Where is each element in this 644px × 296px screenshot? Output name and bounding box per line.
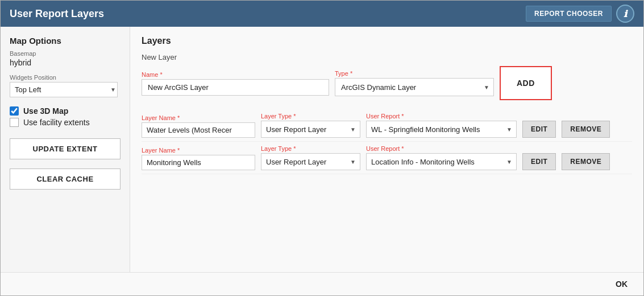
layer1-report-select[interactable]: WL - Springfield Monitoring Wells xyxy=(366,121,517,138)
layer2-name-group: Layer Name * xyxy=(142,147,255,170)
map-options-section: Map Options Basemap hybrid Widgets Posit… xyxy=(10,36,121,97)
new-layer-section: New Layer Name * Type * ArcGIS Dynamic L… xyxy=(142,53,632,100)
use-3d-map-label: Use 3D Map xyxy=(23,106,68,116)
window-title: User Report Layers xyxy=(10,8,104,20)
layer1-type-select-wrapper: User Report Layer ArcGIS Dynamic Layer ▼ xyxy=(261,121,360,138)
main-window: User Report Layers REPORT CHOOSER ℹ Map … xyxy=(0,0,644,296)
use-3d-map-row: Use 3D Map xyxy=(10,106,121,116)
layer1-name-input[interactable] xyxy=(142,122,255,138)
layer1-name-label: Layer Name * xyxy=(142,114,255,121)
name-input[interactable] xyxy=(142,79,329,96)
type-select-wrapper: ArcGIS Dynamic Layer User Report Layer W… xyxy=(335,78,494,96)
layer1-edit-button[interactable]: EDIT xyxy=(522,121,556,138)
ok-button[interactable]: OK xyxy=(609,277,634,291)
use-facility-extents-row: Use facility extents xyxy=(10,118,121,127)
content-area: Map Options Basemap hybrid Widgets Posit… xyxy=(1,27,643,272)
type-field-group: Type * ArcGIS Dynamic Layer User Report … xyxy=(335,70,494,96)
clear-cache-button[interactable]: CLEAR CACHE xyxy=(10,168,121,190)
name-field-label: Name * xyxy=(142,71,329,78)
new-layer-row: Name * Type * ArcGIS Dynamic Layer User … xyxy=(142,66,632,100)
titlebar-actions: REPORT CHOOSER ℹ xyxy=(526,5,634,23)
layer2-name-label: Layer Name * xyxy=(142,147,255,154)
type-select[interactable]: ArcGIS Dynamic Layer User Report Layer W… xyxy=(335,78,494,96)
use-facility-extents-checkbox[interactable] xyxy=(10,118,19,127)
layers-title: Layers xyxy=(142,36,632,46)
main-content: Layers New Layer Name * Type * ArcGIS Dy… xyxy=(130,27,643,272)
name-field-group: Name * xyxy=(142,71,329,96)
type-field-label: Type * xyxy=(335,70,494,77)
layer1-remove-button[interactable]: REMOVE xyxy=(562,121,610,138)
layer1-report-select-wrapper: WL - Springfield Monitoring Wells ▼ xyxy=(366,121,517,138)
layer2-type-label: Layer Type * xyxy=(261,145,360,152)
layer1-name-group: Layer Name * xyxy=(142,114,255,138)
layer2-type-select[interactable]: User Report Layer ArcGIS Dynamic Layer xyxy=(261,153,360,170)
use-3d-map-section: Use 3D Map Use facility extents xyxy=(10,106,121,129)
titlebar: User Report Layers REPORT CHOOSER ℹ xyxy=(1,1,643,27)
layer1-type-select[interactable]: User Report Layer ArcGIS Dynamic Layer xyxy=(261,121,360,138)
use-facility-extents-label: Use facility extents xyxy=(23,118,90,127)
widgets-position-label: Widgets Position xyxy=(10,74,121,81)
layer2-type-group: Layer Type * User Report Layer ArcGIS Dy… xyxy=(261,145,360,170)
footer: OK xyxy=(1,272,643,295)
layer2-report-label: User Report * xyxy=(366,145,517,152)
widgets-position-wrapper: Top Left Top Right Bottom Left Bottom Ri… xyxy=(10,82,121,97)
layer2-remove-button[interactable]: REMOVE xyxy=(562,153,610,170)
sidebar: Map Options Basemap hybrid Widgets Posit… xyxy=(1,27,130,272)
basemap-label: Basemap xyxy=(10,50,121,57)
layers-list: Layer Name * Layer Type * User Report La… xyxy=(142,109,632,174)
table-row: Layer Name * Layer Type * User Report La… xyxy=(142,109,632,142)
update-extent-button[interactable]: UPDATE EXTENT xyxy=(10,138,121,159)
table-row: Layer Name * Layer Type * User Report La… xyxy=(142,142,632,174)
report-chooser-button[interactable]: REPORT CHOOSER xyxy=(526,6,612,22)
layer2-report-group: User Report * Location Info - Monitoring… xyxy=(366,145,517,170)
basemap-value: hybrid xyxy=(10,58,121,67)
layer1-type-group: Layer Type * User Report Layer ArcGIS Dy… xyxy=(261,113,360,138)
layer2-edit-button[interactable]: EDIT xyxy=(522,153,556,170)
layer2-type-select-wrapper: User Report Layer ArcGIS Dynamic Layer ▼ xyxy=(261,153,360,170)
new-layer-label: New Layer xyxy=(142,53,632,61)
add-button[interactable]: ADD xyxy=(500,66,552,100)
layer1-type-label: Layer Type * xyxy=(261,113,360,120)
use-3d-map-checkbox[interactable] xyxy=(10,106,19,116)
info-button[interactable]: ℹ xyxy=(616,5,634,23)
layer1-report-group: User Report * WL - Springfield Monitorin… xyxy=(366,113,517,138)
widgets-position-select[interactable]: Top Left Top Right Bottom Left Bottom Ri… xyxy=(10,82,118,97)
layer2-report-select-wrapper: Location Info - Monitoring Wells ▼ xyxy=(366,153,517,170)
layer2-name-input[interactable] xyxy=(142,155,255,170)
sidebar-section-title: Map Options xyxy=(10,36,121,46)
layer2-report-select[interactable]: Location Info - Monitoring Wells xyxy=(366,153,517,170)
layer1-report-label: User Report * xyxy=(366,113,517,120)
